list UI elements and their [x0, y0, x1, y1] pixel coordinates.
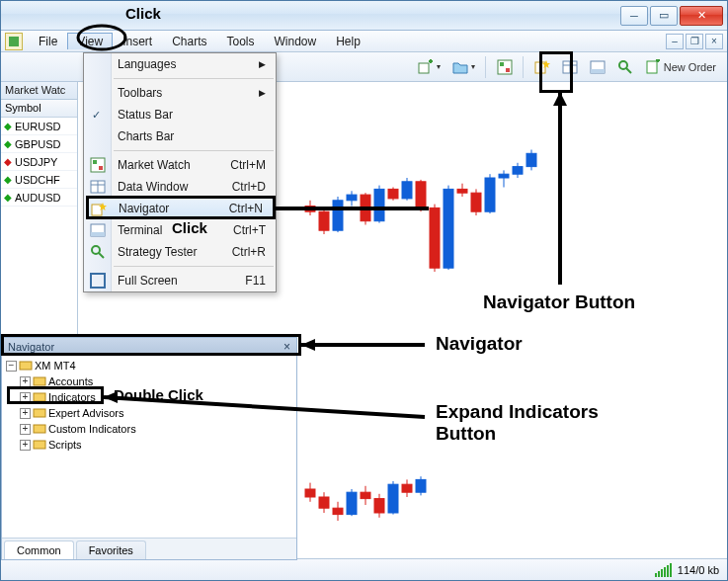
svg-rect-10 [591, 69, 605, 73]
arrow-up-icon: ◆ [4, 138, 12, 149]
tbtn-strategy-tester[interactable] [612, 56, 638, 78]
view-data-window[interactable]: Data Window Ctrl+D [84, 176, 276, 198]
submenu-arrow-icon: ▶ [259, 59, 276, 69]
toolbar-separator [485, 56, 487, 78]
menu-charts[interactable]: Charts [162, 33, 216, 50]
view-navigator[interactable]: Navigator Ctrl+N [86, 198, 274, 219]
svg-rect-44 [416, 182, 426, 208]
tree-expand-button[interactable]: + [20, 440, 31, 451]
svg-rect-46 [430, 208, 440, 268]
market-watch-icon [90, 157, 106, 173]
menu-view[interactable]: View [67, 33, 113, 49]
menu-insert[interactable]: Insert [113, 33, 162, 50]
tbtn-new-order[interactable]: New Order [640, 56, 721, 78]
symbol-label: USDJPY [15, 156, 57, 168]
market-watch-row[interactable]: ◆GBPUSD [1, 135, 77, 153]
svg-rect-66 [333, 508, 343, 514]
navigator-close-button[interactable]: × [283, 340, 290, 354]
shortcut: Ctrl+R [232, 245, 276, 259]
tree-item-custom-indicators[interactable]: +Custom Indicators [20, 421, 294, 437]
market-watch-row[interactable]: ◆AUDUSD [1, 189, 77, 207]
mdi-close[interactable]: × [705, 34, 723, 49]
svg-rect-2 [500, 62, 504, 66]
tbtn-data-window[interactable] [557, 56, 583, 78]
tree-item-scripts[interactable]: +Scripts [20, 437, 294, 453]
new-order-icon [645, 59, 661, 75]
menu-file[interactable]: File [29, 33, 67, 50]
navigator-star-icon [534, 59, 550, 75]
tbtn-market-watch[interactable] [492, 56, 518, 78]
navigator-title-bar: Navigator × [2, 338, 296, 356]
svg-rect-0 [419, 63, 429, 73]
tree-item-expert-advisors[interactable]: +Expert Advisors [20, 405, 294, 421]
view-charts-bar[interactable]: Charts Bar [84, 125, 276, 147]
arrow-up-icon: ◆ [4, 174, 12, 185]
minimize-button[interactable]: ─ [620, 6, 648, 26]
tree-item-label: Expert Advisors [48, 407, 123, 419]
svg-rect-26 [91, 274, 105, 288]
navigator-tabs: Common Favorites [2, 538, 296, 559]
view-terminal[interactable]: Terminal Ctrl+T [84, 219, 276, 241]
market-watch-title: Market Watc [1, 82, 77, 100]
view-full-screen-label: Full Screen [118, 274, 178, 288]
svg-rect-30 [319, 211, 329, 230]
tree-item-accounts[interactable]: +Accounts [20, 374, 294, 389]
svg-rect-84 [34, 441, 45, 449]
tbtn-new-chart[interactable]: ▾ [413, 56, 445, 78]
view-market-watch[interactable]: Market Watch Ctrl+M [84, 154, 276, 176]
tbtn-navigator[interactable] [529, 56, 555, 78]
mdi-minimize[interactable]: – [666, 34, 684, 49]
svg-rect-78 [416, 479, 426, 492]
tree-expand-button[interactable]: + [20, 376, 31, 387]
tab-favorites[interactable]: Favorites [76, 540, 146, 559]
folder-icon [33, 374, 46, 388]
menu-window[interactable]: Window [265, 33, 327, 50]
navigator-tree: − XM MT4 +Accounts+Indicators+Expert Adv… [2, 356, 296, 538]
svg-rect-23 [91, 232, 105, 236]
symbol-label: GBPUSD [15, 138, 60, 150]
view-status-bar[interactable]: ✓ Status Bar [84, 104, 276, 125]
tree-expand-button[interactable]: + [20, 424, 31, 435]
view-strategy-tester[interactable]: Strategy Tester Ctrl+R [84, 241, 276, 263]
shortcut: Ctrl+D [232, 180, 276, 194]
menu-tools[interactable]: Tools [217, 33, 265, 50]
chevron-down-icon: ▾ [471, 62, 475, 71]
tree-root[interactable]: − XM MT4 [6, 358, 294, 374]
view-toolbars[interactable]: Toolbars ▶ [84, 82, 276, 104]
svg-rect-48 [444, 189, 453, 268]
tree-root-label: XM MT4 [35, 360, 76, 372]
tbtn-profiles[interactable]: ▾ [447, 56, 480, 78]
menu-help[interactable]: Help [326, 33, 370, 50]
svg-rect-50 [457, 189, 467, 193]
tree-expand-button[interactable]: + [20, 392, 31, 403]
market-watch-row[interactable]: ◆USDJPY [1, 153, 77, 171]
view-full-screen[interactable]: Full Screen F11 [84, 270, 276, 291]
market-watch-row[interactable]: ◆USDCHF [1, 171, 77, 189]
arrow-down-icon: ◆ [4, 156, 12, 167]
tbtn-terminal[interactable] [585, 56, 610, 78]
arrow-up-icon: ◆ [4, 192, 12, 203]
tree-collapse-button[interactable]: − [6, 361, 17, 372]
view-languages[interactable]: Languages ▶ [84, 53, 276, 75]
svg-rect-13 [647, 61, 657, 73]
close-button[interactable]: ✕ [680, 6, 723, 26]
magnifier-icon [617, 59, 633, 75]
tree-item-label: Scripts [48, 439, 82, 451]
svg-rect-82 [34, 409, 45, 417]
market-watch-header-symbol[interactable]: Symbol [1, 100, 77, 118]
tree-item-indicators[interactable]: +Indicators [20, 389, 294, 405]
menubar: File View Insert Charts Tools Window Hel… [1, 31, 727, 52]
market-watch-icon [497, 59, 513, 75]
tree-expand-button[interactable]: + [20, 408, 31, 419]
svg-rect-76 [402, 484, 412, 492]
view-market-watch-label: Market Watch [118, 158, 191, 172]
market-watch-row[interactable]: ◆EURUSD [1, 118, 77, 135]
tab-common[interactable]: Common [4, 540, 74, 559]
mdi-restore[interactable]: ❐ [686, 34, 703, 49]
maximize-button[interactable]: ▭ [650, 6, 678, 26]
svg-rect-79 [20, 362, 32, 370]
chevron-down-icon: ▾ [437, 62, 441, 71]
svg-rect-3 [506, 68, 510, 72]
dropdown-separator [114, 266, 274, 267]
svg-rect-58 [513, 167, 523, 175]
